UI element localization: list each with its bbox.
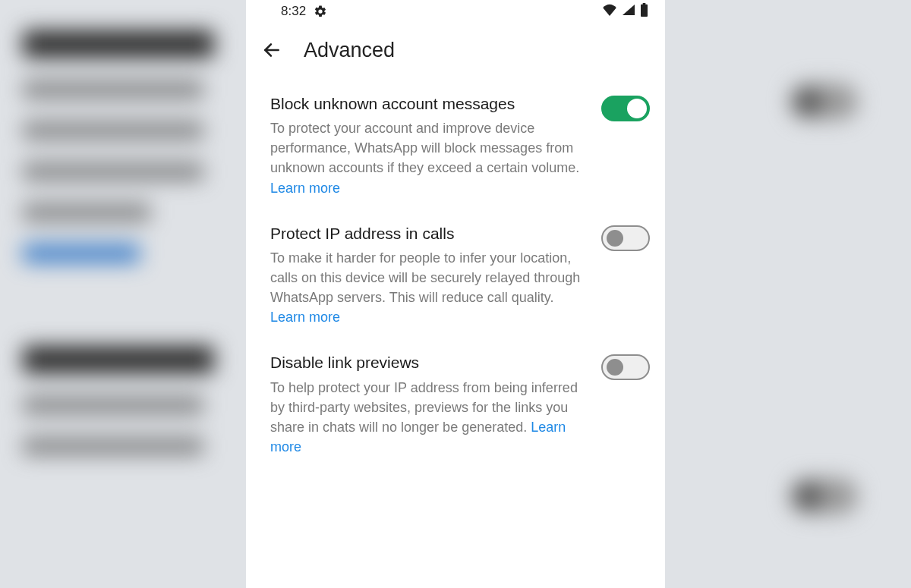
gear-icon bbox=[314, 5, 327, 18]
page-title: Advanced bbox=[304, 39, 395, 62]
battery-icon bbox=[640, 3, 648, 20]
setting-title: Disable link previews bbox=[270, 353, 588, 373]
toggle-disable-link-previews[interactable] bbox=[601, 354, 650, 380]
status-time: 8:32 bbox=[281, 4, 306, 19]
setting-description: To help protect your IP address from bei… bbox=[270, 378, 588, 457]
settings-list: Block unknown account messages To protec… bbox=[246, 77, 665, 588]
setting-disable-link-previews[interactable]: Disable link previews To help protect yo… bbox=[246, 342, 665, 472]
status-bar: 8:32 bbox=[246, 0, 665, 23]
learn-more-link[interactable]: Learn more bbox=[270, 310, 340, 325]
setting-description: To make it harder for people to infer yo… bbox=[270, 248, 588, 327]
wifi-icon bbox=[602, 4, 617, 20]
setting-description: To protect your account and improve devi… bbox=[270, 118, 588, 197]
appbar: Advanced bbox=[246, 23, 665, 77]
back-button[interactable] bbox=[260, 38, 284, 62]
learn-more-link[interactable]: Learn more bbox=[270, 181, 340, 196]
setting-title: Protect IP address in calls bbox=[270, 224, 588, 244]
cellular-icon bbox=[622, 4, 635, 20]
setting-title: Block unknown account messages bbox=[270, 94, 588, 114]
setting-block-unknown[interactable]: Block unknown account messages To protec… bbox=[246, 83, 665, 213]
setting-protect-ip[interactable]: Protect IP address in calls To make it h… bbox=[246, 213, 665, 343]
toggle-block-unknown[interactable] bbox=[601, 96, 650, 121]
phone-frame: 8:32 Advanced Block unknown account m bbox=[246, 0, 665, 588]
toggle-protect-ip[interactable] bbox=[601, 225, 650, 251]
